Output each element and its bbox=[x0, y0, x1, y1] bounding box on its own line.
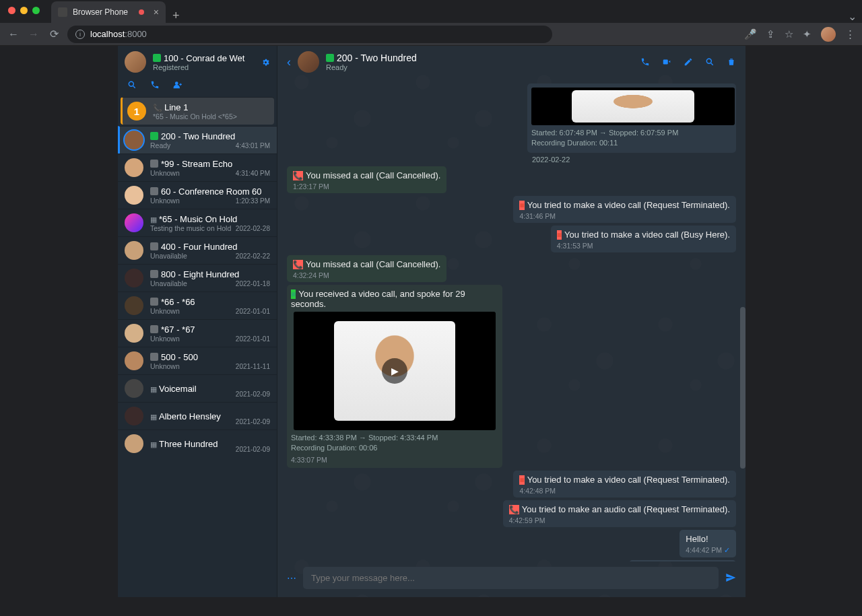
contact-avatar bbox=[125, 241, 143, 260]
card-icon: ▦ bbox=[150, 385, 157, 393]
contact-name: 200 - Two Hundred bbox=[150, 131, 270, 141]
browser-tab-strip: Browser Phone × + ⌄ bbox=[0, 0, 862, 23]
contact-time: 2021-11-11 bbox=[236, 363, 270, 370]
message-text: 📞You tried to make an audio call (Reques… bbox=[509, 504, 730, 514]
message-time: 1:23:17 PM bbox=[293, 182, 440, 191]
message-time: 4:44:42 PM✓ bbox=[686, 546, 730, 555]
video-thumbnail[interactable]: ▶ bbox=[294, 312, 496, 430]
presence-icon bbox=[326, 54, 334, 62]
date-separator: 2022-02-22 bbox=[287, 156, 736, 164]
contact-item[interactable]: *66 - *66 Unknown 2022-01-01 bbox=[118, 292, 277, 319]
contact-item[interactable]: *67 - *67 Unknown 2022-01-01 bbox=[118, 319, 277, 347]
message-row: ■You tried to make a video call (Request… bbox=[287, 471, 736, 498]
url-text: localhost:8000 bbox=[90, 29, 147, 39]
contact-item[interactable]: ▦*65 - Music On Hold Testing the music o… bbox=[118, 209, 277, 236]
message-bubble: 📞You missed a call (Call Cancelled). 4:3… bbox=[287, 255, 446, 282]
message-time: 4:31:46 PM bbox=[519, 212, 730, 220]
message-text: Hello! bbox=[686, 534, 730, 544]
contact-item[interactable]: ▦Three Hundred 2021-02-09 bbox=[118, 430, 277, 457]
recording-indicator-icon bbox=[139, 9, 144, 15]
contact-avatar bbox=[125, 131, 143, 149]
video-meta: Started: 6:07:48 PM → Stopped: 6:07:59 P… bbox=[531, 128, 732, 149]
back-button[interactable]: ← bbox=[7, 28, 20, 40]
audio-call-button[interactable] bbox=[640, 57, 650, 67]
bookmark-icon[interactable]: ☆ bbox=[785, 28, 793, 40]
search-button[interactable] bbox=[127, 79, 137, 90]
delete-button[interactable] bbox=[727, 57, 736, 67]
mic-icon[interactable]: 🎤 bbox=[744, 28, 757, 40]
new-tab-button[interactable]: + bbox=[172, 9, 180, 23]
dial-button[interactable] bbox=[150, 79, 160, 90]
back-button[interactable]: ‹ bbox=[287, 55, 291, 69]
svg-point-0 bbox=[129, 81, 133, 86]
composer-more-button[interactable]: ⋯ bbox=[287, 573, 296, 584]
chat-avatar[interactable] bbox=[298, 51, 319, 73]
contact-time: 2022-01-01 bbox=[236, 308, 270, 315]
play-icon[interactable]: ▶ bbox=[382, 358, 407, 384]
browser-tab[interactable]: Browser Phone × bbox=[51, 1, 166, 23]
video-call-button[interactable] bbox=[662, 57, 671, 67]
my-status: Registered bbox=[153, 63, 255, 71]
contact-item[interactable]: 60 - Conference Room 60 Unknown 1:20:33 … bbox=[118, 181, 277, 209]
svg-rect-2 bbox=[663, 60, 668, 65]
message-row: Hello! 4:44:42 PM✓ bbox=[287, 530, 736, 557]
message-input[interactable] bbox=[303, 567, 719, 589]
message-row: ■You tried to make a video call (Busy He… bbox=[287, 226, 736, 252]
contact-name: 500 - 500 bbox=[150, 352, 270, 362]
maximize-window-icon[interactable] bbox=[32, 7, 40, 14]
message-list[interactable]: Started: 6:07:48 PM → Stopped: 6:07:59 P… bbox=[277, 78, 745, 561]
contact-item[interactable]: 400 - Four Hundred Unavailable 2022-02-2… bbox=[118, 236, 277, 264]
contact-time: 2022-01-18 bbox=[236, 280, 270, 287]
active-line[interactable]: 1 📞Line 1 *65 - Music On Hold <*65> bbox=[121, 97, 274, 125]
address-bar[interactable]: i localhost:8000 bbox=[67, 26, 552, 43]
add-contact-button[interactable] bbox=[173, 79, 183, 90]
right-gutter bbox=[745, 46, 861, 597]
scrollbar[interactable] bbox=[740, 307, 745, 469]
send-button[interactable] bbox=[725, 572, 736, 584]
close-window-icon[interactable] bbox=[8, 7, 15, 14]
presence-icon bbox=[150, 353, 158, 361]
chevron-down-icon[interactable]: ⌄ bbox=[848, 10, 857, 23]
svg-point-1 bbox=[175, 81, 178, 85]
minimize-window-icon[interactable] bbox=[20, 7, 28, 14]
message-bubble: 📞You missed a call (Call Cancelled). 1:2… bbox=[287, 166, 446, 193]
contact-time: 2021-02-09 bbox=[236, 446, 270, 453]
contact-avatar bbox=[125, 407, 143, 425]
settings-button[interactable] bbox=[261, 57, 270, 67]
sidebar-actions bbox=[118, 75, 277, 96]
search-in-chat-button[interactable] bbox=[705, 57, 715, 67]
chat-name: 200 - Two Hundred bbox=[326, 53, 634, 63]
contact-name: *99 - Stream Echo bbox=[150, 159, 270, 169]
contact-item[interactable]: ▦Alberto Hensley 2021-02-09 bbox=[118, 402, 277, 430]
profile-avatar[interactable] bbox=[821, 27, 836, 42]
contact-time: 2021-02-09 bbox=[236, 418, 270, 425]
close-tab-icon[interactable]: × bbox=[154, 7, 159, 18]
video-thumbnail[interactable] bbox=[531, 88, 735, 125]
contact-time: 2022-02-22 bbox=[236, 252, 270, 260]
video-call-block: ■You received a video call, and spoke fo… bbox=[287, 285, 502, 468]
presence-icon bbox=[150, 325, 158, 333]
phone-icon: 📞 bbox=[509, 505, 519, 514]
contact-item[interactable]: 500 - 500 Unknown 2021-11-11 bbox=[118, 347, 277, 374]
card-icon: ▦ bbox=[150, 413, 157, 421]
my-name: 100 - Conrad de Wet bbox=[153, 53, 255, 63]
reload-button[interactable]: ⟳ bbox=[47, 28, 61, 40]
chat-status: Ready bbox=[326, 63, 634, 71]
contact-avatar bbox=[125, 269, 143, 287]
contact-item[interactable]: 200 - Two Hundred Ready 4:43:01 PM bbox=[118, 126, 277, 153]
my-avatar[interactable] bbox=[125, 51, 146, 73]
contact-avatar bbox=[125, 158, 143, 177]
menu-icon[interactable]: ⋮ bbox=[845, 28, 855, 40]
contact-time: 2022-02-28 bbox=[236, 225, 270, 232]
contact-item[interactable]: 800 - Eight Hundred Unavailable 2022-01-… bbox=[118, 264, 277, 292]
message-time: 4:33:07 PM bbox=[291, 456, 498, 464]
contact-time: 4:31:40 PM bbox=[236, 170, 270, 177]
message-text: ■You tried to make a video call (Request… bbox=[519, 475, 730, 485]
contact-item[interactable]: ▦Voicemail 2021-02-09 bbox=[118, 374, 277, 402]
site-info-icon[interactable]: i bbox=[75, 30, 85, 39]
contact-time: 2022-01-01 bbox=[236, 335, 270, 343]
extensions-icon[interactable]: ✦ bbox=[803, 28, 811, 40]
edit-button[interactable] bbox=[684, 57, 693, 67]
share-icon[interactable]: ⇪ bbox=[766, 28, 775, 40]
contact-item[interactable]: *99 - Stream Echo Unknown 4:31:40 PM bbox=[118, 153, 277, 181]
